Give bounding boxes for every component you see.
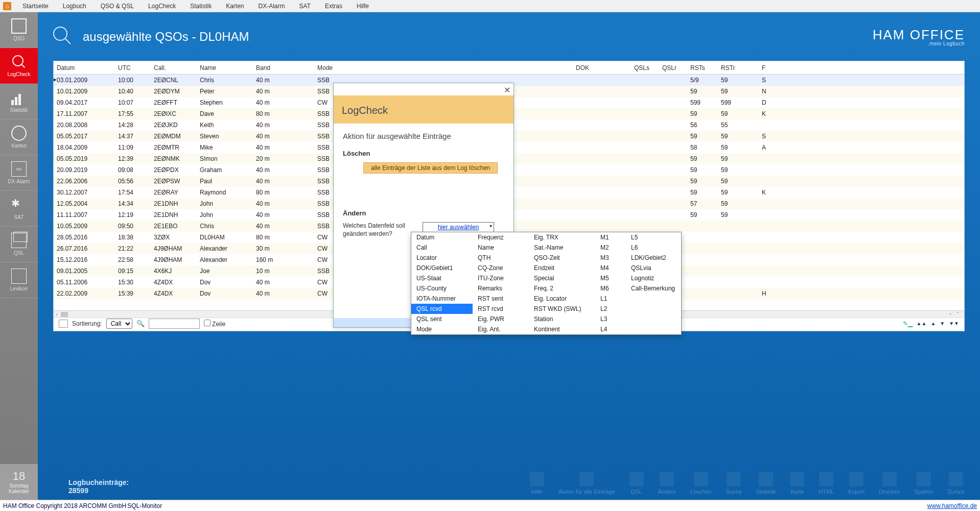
dropdown-option[interactable]: M2 — [595, 242, 626, 253]
dropdown-option[interactable]: L5 — [626, 232, 682, 242]
delete-all-button[interactable]: alle Einträge der Liste aus dem Log lösc… — [363, 162, 498, 174]
col-band[interactable]: Band — [253, 64, 314, 71]
dropdown-option[interactable]: M6 — [595, 283, 626, 294]
footer-action-suche[interactable]: Suche — [726, 472, 742, 495]
menu-hilfe[interactable]: Hilfe — [349, 3, 376, 10]
dropdown-option[interactable]: Special — [529, 273, 595, 283]
dropdown-option[interactable]: Locator — [411, 253, 473, 263]
scroll-right-icon[interactable]: › — [947, 311, 953, 317]
col-f[interactable]: F — [759, 64, 778, 71]
col-datum[interactable]: Datum — [54, 64, 115, 71]
leftbar-lexikon[interactable]: Lexikon — [0, 262, 38, 298]
dropdown-option[interactable]: DOK/Gebiet1 — [411, 263, 473, 273]
leftbar-sat[interactable]: SAT — [0, 191, 38, 227]
dropdown-option[interactable]: US-Staat — [411, 273, 473, 283]
dropdown-option[interactable]: M4 — [595, 263, 626, 273]
footer-action-zur-ck[interactable]: Zurück — [947, 472, 965, 495]
field-dropdown[interactable]: DatumFrequenzEig. TRXM1L5CallNameSat.-Na… — [411, 232, 682, 335]
close-icon[interactable]: ✕ — [504, 85, 510, 95]
dropdown-option[interactable]: L3 — [595, 314, 626, 324]
dropdown-option[interactable]: QTH — [473, 253, 529, 263]
footer-action-aktion-f-r-alle-eintr-ge[interactable]: Aktion für alle Einträge — [558, 472, 615, 495]
menu-logbuch[interactable]: Logbuch — [56, 3, 94, 10]
small-search-icon[interactable]: 🔍 — [136, 320, 145, 327]
nav-last-icon[interactable]: ▼▼ — [949, 321, 959, 326]
col-call[interactable]: Call. — [151, 64, 197, 71]
col-qslr[interactable]: QSLr — [659, 64, 687, 71]
dropdown-option[interactable]: M1 — [595, 232, 626, 242]
nav-first-icon[interactable]: ▲▲ — [917, 321, 927, 326]
menu-logcheck[interactable]: LogCheck — [141, 3, 183, 10]
dropdown-option[interactable]: QSL sent — [411, 314, 473, 324]
dropdown-option[interactable]: Lognotiz — [626, 273, 682, 283]
col-name[interactable]: Name — [197, 64, 253, 71]
dropdown-option[interactable]: Freq. 2 — [529, 283, 595, 294]
dropdown-option[interactable]: RST rcvd — [473, 304, 529, 314]
footer-action-l-schen[interactable]: Löschen — [690, 472, 712, 495]
dropdown-option[interactable]: Station — [529, 314, 595, 324]
grid-toggle-icon[interactable] — [59, 320, 68, 328]
dropdown-option[interactable]: LDK/Gebiet2 — [626, 253, 682, 263]
footer-action-export[interactable]: Export — [848, 472, 865, 495]
dropdown-option[interactable]: Frequenz — [473, 232, 529, 242]
leftbar-statistik[interactable]: Statistik — [0, 84, 38, 119]
search-input[interactable] — [149, 319, 200, 329]
dropdown-option[interactable]: Mode — [411, 324, 473, 334]
dropdown-option[interactable]: Kontinent — [529, 324, 595, 334]
dropdown-option[interactable]: L6 — [626, 242, 682, 253]
zeile-checkbox[interactable]: Zeile — [204, 320, 225, 328]
footer-action-drucken[interactable]: Drucken — [879, 472, 900, 495]
footer-action-karte[interactable]: Karte — [790, 472, 804, 495]
scroll-up-icon[interactable]: ˄ — [954, 311, 961, 317]
dropdown-option[interactable]: Eig. PWR — [473, 314, 529, 324]
col-mode[interactable]: Mode — [314, 64, 534, 71]
dropdown-option[interactable]: Datum — [411, 232, 473, 242]
dropdown-option[interactable]: L2 — [595, 304, 626, 314]
leftbar-karten[interactable]: Karten — [0, 119, 38, 155]
dropdown-option[interactable]: M3 — [595, 253, 626, 263]
scroll-thumb[interactable] — [61, 312, 68, 317]
nav-prev-icon[interactable]: ▲ — [930, 321, 936, 326]
footer-action-qsl[interactable]: QSL — [629, 472, 644, 495]
dropdown-option[interactable]: L4 — [595, 324, 626, 334]
sort-select[interactable]: Call — [106, 319, 132, 329]
dropdown-option[interactable]: Eig. Ant. — [473, 324, 529, 334]
dropdown-option[interactable]: RST sent — [473, 294, 529, 304]
dropdown-option[interactable]: Endzeit — [529, 263, 595, 273]
dropdown-option[interactable]: RST WKD (SWL) — [529, 304, 595, 314]
dropdown-option[interactable]: M5 — [595, 273, 626, 283]
leftbar-qsl[interactable]: QSL — [0, 227, 38, 262]
dropdown-option[interactable]: L1 — [595, 294, 626, 304]
dropdown-option[interactable]: QSL rcvd — [411, 304, 473, 314]
dropdown-option[interactable]: QSO-Zeit — [529, 253, 595, 263]
dropdown-option[interactable]: Call-Bemerkung — [626, 283, 682, 294]
field-select[interactable]: hier auswählen — [423, 222, 494, 232]
menu-startseite[interactable]: Startseite — [15, 3, 56, 10]
footer-action-hilfe[interactable]: Hilfe — [530, 472, 544, 495]
menu-statistik[interactable]: Statistik — [183, 3, 219, 10]
menu-dxalarm[interactable]: DX-Alarm — [251, 3, 292, 10]
dropdown-option[interactable]: Sat.-Name — [529, 242, 595, 253]
col-qsls[interactable]: QSLs — [631, 64, 659, 71]
leftbar-qso[interactable]: QSO — [0, 12, 38, 48]
website-link[interactable]: www.hamoffice.de — [927, 502, 977, 509]
footer-action-html[interactable]: HTML — [819, 472, 834, 495]
col-rsts[interactable]: RSTs — [687, 64, 718, 71]
col-rstr[interactable]: RSTr — [718, 64, 759, 71]
dropdown-option[interactable]: Name — [473, 242, 529, 253]
footer-action-statistik[interactable]: Statistik — [756, 472, 776, 495]
dropdown-option[interactable]: CQ-Zone — [473, 263, 529, 273]
dropdown-option[interactable]: US-County — [411, 283, 473, 294]
scroll-left-icon[interactable]: ‹ — [54, 312, 60, 317]
col-utc[interactable]: UTC — [115, 64, 151, 71]
menu-karten[interactable]: Karten — [219, 3, 251, 10]
leftbar-dxalarm[interactable]: DXDX-Alarm — [0, 155, 38, 191]
menu-qsoqsl[interactable]: QSO & QSL — [94, 3, 141, 10]
menu-extras[interactable]: Extras — [318, 3, 349, 10]
footer-action--ndern[interactable]: Ändern — [658, 472, 676, 495]
dropdown-option[interactable]: Call — [411, 242, 473, 253]
col-dok[interactable]: DOK — [534, 64, 631, 71]
dropdown-option[interactable]: Eig. Locator — [529, 294, 595, 304]
sql-monitor-label[interactable]: SQL-Monitor — [127, 502, 162, 509]
leftbar-logcheck[interactable]: LogCheck — [0, 48, 38, 84]
